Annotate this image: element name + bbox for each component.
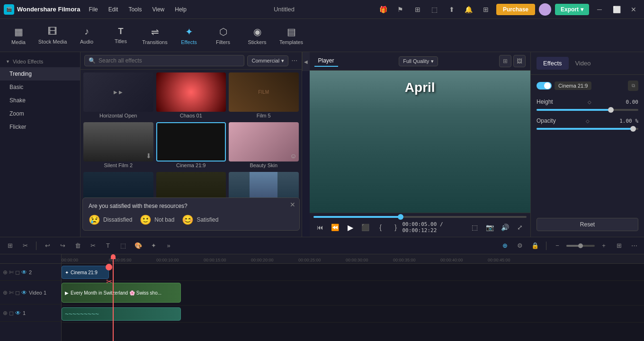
tool-stickers[interactable]: ◉ Stickers [241, 20, 274, 51]
photo-view-button[interactable]: 🖼 [513, 55, 526, 67]
monitor-icon[interactable]: ⬚ [428, 3, 441, 16]
search-input[interactable] [98, 57, 240, 64]
sidebar-item-zoom[interactable]: Zoom [0, 107, 80, 120]
snapshot-button[interactable]: 📷 [483, 221, 496, 234]
menu-edit[interactable]: Edit [104, 4, 123, 15]
tool-effects[interactable]: ✦ Effects [172, 20, 206, 51]
tool-transitions[interactable]: ⇌ Transitions [138, 20, 171, 51]
flag-icon[interactable]: ⚑ [394, 3, 407, 16]
redo-button[interactable]: ↪ [56, 240, 69, 252]
v1-cut-icon[interactable]: ✄ [9, 289, 14, 296]
export-button[interactable]: Export ▾ [555, 4, 589, 15]
stop-button[interactable]: ⬛ [359, 221, 372, 234]
fx-eye-icon[interactable]: 👁 [21, 269, 27, 276]
close-icon[interactable]: ✕ [627, 3, 640, 16]
tool-media[interactable]: ▦ Media [2, 20, 35, 51]
apps-icon[interactable]: ⊞ [479, 3, 492, 16]
height-slider[interactable] [537, 109, 638, 111]
grid-view-button[interactable]: ⊞ [499, 55, 511, 67]
height-keyframe-icon[interactable]: ◇ [588, 99, 591, 105]
effect-item-cinema[interactable]: Cinema 21:9 [156, 122, 226, 169]
effect-enable-toggle[interactable]: Cinema 21:9 [537, 81, 591, 90]
step-back-button[interactable]: ⏪ [329, 221, 342, 234]
opacity-value[interactable]: 1.00 % [619, 118, 638, 124]
tool-titles[interactable]: T Titles [104, 20, 137, 51]
video-effects-header[interactable]: ▼ Video Effects [0, 56, 80, 67]
maximize-icon[interactable]: ⬜ [610, 3, 623, 16]
fullscreen-button[interactable]: ⤢ [513, 221, 527, 234]
grid-icon[interactable]: ⊞ [411, 3, 424, 16]
a1-add-icon[interactable]: ⊕ [3, 310, 8, 316]
sidebar-item-trending[interactable]: Trending [0, 67, 80, 81]
effect-item-silent-film[interactable]: ⬇ Silent Film 2 [83, 122, 153, 169]
cut-button[interactable]: ✂ [87, 240, 99, 252]
effect-item-film5[interactable]: FILM Film 5 [229, 72, 299, 119]
effect-item-beauty-skin[interactable]: ☺ Beauty Skin [229, 122, 299, 169]
bell-icon[interactable]: 🔔 [462, 3, 475, 16]
tool-filters[interactable]: ⬡ Filters [206, 20, 240, 51]
lock-button[interactable]: 🔒 [529, 240, 541, 252]
more-tl-button[interactable]: » [162, 240, 175, 252]
quality-select[interactable]: Full Quality ▾ [399, 56, 438, 66]
popup-close-button[interactable]: ✕ [290, 201, 295, 208]
popup-option-satisfied[interactable]: 😊 Satisfied [182, 214, 218, 225]
menu-file[interactable]: File [84, 4, 102, 15]
fx-add-icon[interactable]: ⊕ [3, 269, 8, 276]
opacity-slider-thumb[interactable] [630, 126, 636, 132]
purchase-button[interactable]: Purchase [496, 4, 535, 15]
add-track-button[interactable]: ⊞ [4, 240, 16, 252]
delete-button[interactable]: 🗑 [72, 240, 84, 252]
tab-player[interactable]: Player [314, 55, 338, 67]
backward-button[interactable]: ⏮ [313, 221, 327, 234]
progress-bar[interactable] [313, 216, 527, 218]
a1-mute-icon[interactable]: ◻ [9, 310, 14, 316]
undo-button[interactable]: ↩ [41, 240, 54, 252]
avatar[interactable] [539, 3, 551, 16]
ai-button[interactable]: ✦ [147, 240, 160, 252]
more-layout-button[interactable]: ⋯ [628, 240, 640, 252]
more-options-button[interactable]: ··· [291, 56, 297, 65]
upload-icon[interactable]: ⬆ [445, 3, 458, 16]
out-point-button[interactable]: } [389, 221, 402, 234]
menu-help[interactable]: Help [170, 4, 191, 15]
minimize-icon[interactable]: ─ [593, 3, 606, 16]
tool-audio[interactable]: ♪ Audio [70, 20, 103, 51]
video-clip[interactable]: ▶ Every Month in Switzerland 🌸 Swiss sho… [62, 283, 181, 303]
v1-add-icon[interactable]: ⊕ [3, 289, 8, 296]
effect-item-chaos[interactable]: Chaos 01 [156, 72, 226, 119]
sidebar-item-shake[interactable]: Shake [0, 94, 80, 107]
v1-mute-icon[interactable]: ◻ [15, 289, 20, 296]
menu-view[interactable]: View [147, 4, 169, 15]
effect-item-horizontal-open[interactable]: ▶ ▶ Horizontal Open [83, 72, 153, 119]
effect-clip[interactable]: ✦ Cinema 21:9 [62, 266, 109, 279]
opacity-slider[interactable] [537, 128, 638, 130]
progress-thumb[interactable] [398, 214, 403, 220]
reset-button[interactable]: Reset [537, 218, 638, 231]
height-slider-thumb[interactable] [608, 107, 614, 113]
fx-cut-icon[interactable]: ✄ [9, 269, 14, 276]
v1-eye-icon[interactable]: 👁 [21, 289, 27, 296]
export-dropdown-icon[interactable]: ▾ [581, 6, 583, 13]
play-button[interactable]: ▶ [344, 221, 357, 234]
popup-option-dissatisfied[interactable]: 😢 Dissatisfied [89, 214, 132, 225]
menu-tools[interactable]: Tools [124, 4, 146, 15]
opacity-keyframe-icon[interactable]: ◇ [586, 118, 590, 124]
a1-eye-icon[interactable]: 👁 [15, 310, 21, 316]
commercial-filter-button[interactable]: Commercial ▾ [247, 55, 288, 66]
split-button[interactable]: ✂ [19, 240, 31, 252]
text-button[interactable]: T [102, 240, 114, 252]
height-value[interactable]: 0.00 [626, 99, 639, 105]
toggle-switch[interactable] [537, 82, 552, 90]
tab-video[interactable]: Video [569, 57, 598, 70]
sidebar-item-flicker[interactable]: Flicker [0, 120, 80, 134]
crop-tl-button[interactable]: ⬚ [117, 240, 129, 252]
in-point-button[interactable]: { [374, 221, 387, 234]
audio-clip[interactable]: 〜〜〜〜〜〜〜〜〜 [62, 307, 181, 321]
color-button[interactable]: 🎨 [132, 240, 144, 252]
copy-effect-button[interactable]: ⧉ [628, 81, 638, 91]
gift-icon[interactable]: 🎁 [377, 3, 390, 16]
tool-stock-media[interactable]: 🎞 Stock Media [36, 20, 69, 51]
zoom-in-button[interactable]: + [598, 240, 610, 252]
crop-button[interactable]: ⬚ [468, 221, 481, 234]
snap-button[interactable]: ⊕ [499, 240, 511, 252]
